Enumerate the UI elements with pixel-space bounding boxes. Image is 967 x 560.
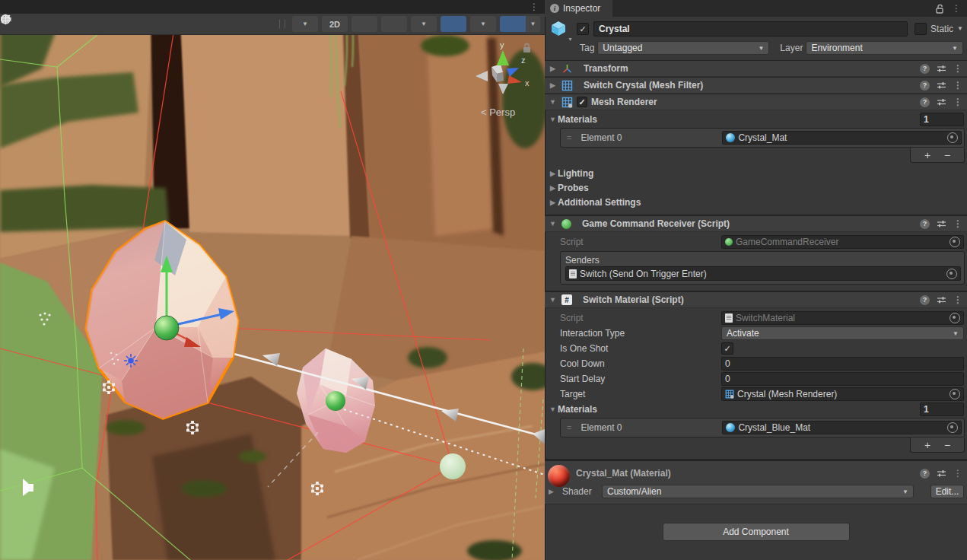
- material-object-field[interactable]: Crystal_Blue_Mat: [722, 421, 962, 434]
- presets-icon[interactable]: [937, 469, 946, 478]
- foldout-icon[interactable]: ▼: [548, 98, 558, 106]
- script-property-row: Script GameCommandReceiver: [545, 234, 967, 250]
- property-label: Target: [560, 389, 721, 399]
- static-checkbox[interactable]: [915, 23, 927, 35]
- component-menu-kebab[interactable]: ⋮: [953, 64, 962, 73]
- gizmos-dropdown-button[interactable]: ▼: [526, 16, 540, 32]
- help-icon[interactable]: ?: [920, 97, 930, 107]
- scene-view[interactable]: y z x < Persp ⋮ ▼: [0, 0, 545, 560]
- add-component-button[interactable]: Add Component: [663, 523, 850, 541]
- help-icon[interactable]: ?: [920, 295, 930, 305]
- object-picker-icon[interactable]: [947, 422, 958, 433]
- scene-visibility-button[interactable]: [441, 16, 466, 32]
- property-label: Start Delay: [560, 374, 721, 384]
- foldout-icon[interactable]: ▼: [548, 220, 558, 228]
- gameobject-cube-icon[interactable]: ▼: [549, 19, 572, 40]
- component-menu-kebab[interactable]: ⋮: [953, 219, 962, 228]
- component-enabled-checkbox[interactable]: ✓: [577, 97, 587, 107]
- projection-label[interactable]: < Persp: [481, 107, 515, 118]
- scene-lighting-button[interactable]: [351, 16, 377, 32]
- presets-icon[interactable]: [937, 219, 946, 228]
- probes-foldout[interactable]: ▶Probes: [545, 180, 967, 195]
- edit-shader-button[interactable]: Edit...: [930, 485, 964, 498]
- object-picker-icon[interactable]: [946, 269, 957, 279]
- component-menu-kebab[interactable]: ⋮: [953, 295, 962, 304]
- interaction-type-dropdown[interactable]: Activate ▼: [721, 326, 964, 340]
- component-title: Switch Crystal (Mesh Filter): [577, 80, 703, 91]
- presets-icon[interactable]: [937, 64, 946, 73]
- inspector-menu-kebab[interactable]: ⋮: [952, 4, 961, 13]
- add-element-button[interactable]: +: [924, 440, 930, 450]
- draw-mode-button[interactable]: ▼: [292, 16, 318, 32]
- component-header-game-command-receiver[interactable]: ▼ Game Command Receiver (Script) ? ⋮: [545, 215, 967, 232]
- foldout-icon[interactable]: ▼: [548, 296, 558, 304]
- receiver-sphere-gizmo[interactable]: [154, 316, 179, 340]
- gameobject-name-field[interactable]: Crystal: [593, 21, 908, 37]
- script-object-field[interactable]: SwitchMaterial: [721, 311, 964, 325]
- shader-dropdown[interactable]: Custom/Alien ▼: [602, 485, 914, 498]
- scene-menu-kebab[interactable]: ⋮: [530, 2, 539, 11]
- foldout-icon[interactable]: ▶: [548, 81, 558, 89]
- scene-canvas[interactable]: y z x < Persp: [0, 0, 545, 560]
- is-one-shot-checkbox[interactable]: ✓: [721, 342, 733, 355]
- 2d-toggle-button[interactable]: 2D: [322, 16, 348, 32]
- material-object-field[interactable]: Crystal_Mat: [722, 131, 962, 145]
- help-icon[interactable]: ?: [920, 64, 930, 74]
- material-menu-kebab[interactable]: ⋮: [953, 469, 962, 478]
- target-object-field[interactable]: Crystal (Mesh Renderer): [721, 387, 964, 401]
- script-object-field[interactable]: GameCommandReceiver: [721, 235, 964, 249]
- scene-audio-button[interactable]: [381, 16, 407, 32]
- help-icon[interactable]: ?: [920, 219, 930, 229]
- scene-tab-strip: ⋮: [0, 0, 545, 14]
- senders-label: Senders: [565, 254, 961, 266]
- info-icon: i: [550, 4, 559, 13]
- object-picker-icon[interactable]: [947, 132, 958, 143]
- component-gizmos-button[interactable]: [500, 16, 526, 32]
- presets-icon[interactable]: [937, 295, 946, 304]
- materials-foldout[interactable]: ▼ Materials 1: [545, 402, 967, 416]
- help-icon[interactable]: ?: [920, 469, 930, 479]
- scene-camera-button[interactable]: ▼: [470, 16, 496, 32]
- toolbar-drag-handle[interactable]: [279, 20, 285, 28]
- drag-handle-icon[interactable]: =: [567, 133, 581, 142]
- scene-toolbar: ▼ 2D ▼: [0, 14, 545, 35]
- inspector-tab-bar: i Inspector ⋮: [545, 0, 967, 17]
- object-picker-icon[interactable]: [950, 237, 960, 247]
- cool-down-field[interactable]: 0: [721, 357, 964, 371]
- material-foldout-icon[interactable]: ▶: [546, 488, 556, 495]
- object-picker-icon[interactable]: [950, 313, 960, 323]
- remove-element-button[interactable]: −: [944, 150, 950, 161]
- effects-button[interactable]: ▼: [411, 16, 437, 32]
- component-menu-kebab[interactable]: ⋮: [953, 81, 962, 90]
- material-preview-sphere[interactable]: [548, 465, 570, 487]
- materials-foldout[interactable]: ▼ Materials 1: [545, 112, 967, 126]
- presets-icon[interactable]: [937, 97, 946, 107]
- unlock-icon[interactable]: [935, 4, 944, 14]
- add-element-button[interactable]: +: [924, 150, 930, 161]
- foldout-icon[interactable]: ▶: [548, 65, 558, 72]
- layer-dropdown[interactable]: Environment▼: [806, 41, 963, 55]
- pale-sphere-gizmo[interactable]: [440, 453, 466, 479]
- materials-size-field[interactable]: 1: [920, 402, 964, 416]
- additional-settings-foldout[interactable]: ▶Additional Settings: [545, 195, 967, 209]
- drag-handle-icon[interactable]: =: [567, 423, 581, 432]
- property-label: Is One Shot: [560, 343, 721, 354]
- static-dropdown-caret[interactable]: ▼: [957, 26, 963, 32]
- component-header-transform[interactable]: ▶ Transform ? ⋮: [545, 60, 967, 77]
- remove-element-button[interactable]: −: [944, 440, 950, 450]
- start-delay-field[interactable]: 0: [721, 372, 964, 386]
- help-icon[interactable]: ?: [920, 81, 930, 91]
- materials-size-field[interactable]: 1: [920, 113, 964, 126]
- component-header-switch-material[interactable]: ▼ # Switch Material (Script) ? ⋮: [545, 291, 967, 308]
- component-header-mesh-filter[interactable]: ▶ Switch Crystal (Mesh Filter) ? ⋮: [545, 77, 967, 94]
- tab-inspector[interactable]: i Inspector: [545, 0, 612, 17]
- lighting-foldout[interactable]: ▶Lighting: [545, 166, 967, 180]
- active-checkbox[interactable]: ✓: [577, 23, 589, 35]
- object-picker-icon[interactable]: [950, 389, 960, 399]
- receiver-sphere-gizmo-small[interactable]: [326, 391, 345, 411]
- component-header-mesh-renderer[interactable]: ▼ ✓ Mesh Renderer ? ⋮: [545, 94, 967, 110]
- sender-object-field[interactable]: Switch (Send On Trigger Enter): [565, 266, 961, 281]
- component-menu-kebab[interactable]: ⋮: [953, 97, 962, 107]
- presets-icon[interactable]: [937, 81, 946, 90]
- tag-dropdown[interactable]: Untagged▼: [597, 41, 769, 55]
